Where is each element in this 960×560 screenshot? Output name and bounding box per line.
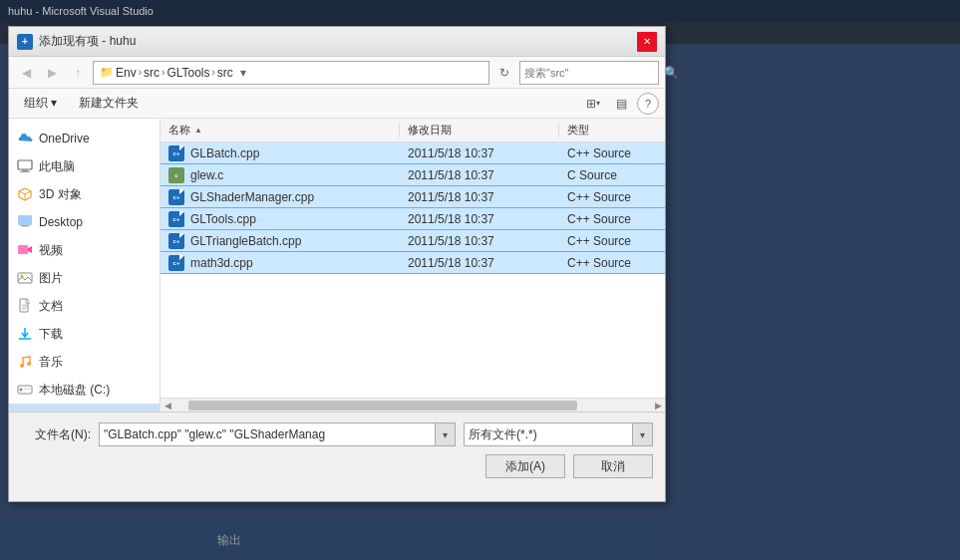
up-button[interactable]: ↑ [67,62,89,84]
help-button[interactable]: ? [637,93,659,115]
file-name-cell: c glew.c [160,167,400,183]
add-existing-dialog: + 添加现有项 - huhu ✕ ◀ ▶ ↑ 📁 Env › src › GLT… [8,26,666,502]
table-row[interactable]: c glew.c 2011/5/18 10:37 C Source [160,164,665,186]
path-dropdown-arrow[interactable]: ▾ [235,62,251,84]
new-folder-label: 新建文件夹 [79,95,139,112]
sidebar-label-thispc: 此电脑 [39,158,75,175]
file-type-select[interactable] [465,427,632,441]
table-row[interactable]: c+ GLTools.cpp 2011/5/18 10:37 C++ Sourc… [160,208,665,230]
table-row[interactable]: c+ GLShaderManager.cpp 2011/5/18 10:37 C… [160,186,665,208]
file-name-input[interactable] [100,427,435,441]
new-folder-button[interactable]: 新建文件夹 [70,92,148,116]
file-type: C++ Source [559,256,665,270]
column-type[interactable]: 类型 [559,123,665,138]
cpp-file-icon: c+ [168,189,184,205]
svg-rect-2 [20,171,30,172]
view-button-2[interactable]: ▤ [609,93,633,115]
sidebar-item-music[interactable]: 音乐 [9,348,160,376]
path-segment-src2[interactable]: src [217,66,233,80]
dialog-title-bar: + 添加现有项 - huhu ✕ [9,27,665,57]
search-box: 🔍 [519,61,659,85]
sidebar-item-documents[interactable]: 文档 [9,292,160,320]
file-type: C++ Source [559,234,665,248]
sidebar-item-downloads[interactable]: 下载 [9,320,160,348]
document-icon [17,298,33,314]
content-area: OneDrive 此电脑 [9,119,665,412]
path-segment-env[interactable]: Env [116,66,137,80]
file-type-dropdown-button[interactable]: ▾ [632,423,652,445]
dialog-title-icon: + [17,34,33,50]
sidebar-item-drive-c[interactable]: 本地磁盘 (C:) [9,376,160,404]
column-date[interactable]: 修改日期 [400,123,559,138]
music-icon [17,354,33,370]
cancel-button[interactable]: 取消 [573,454,653,478]
file-name-cell: c+ GLBatch.cpp [160,145,400,161]
drive-c-icon [17,382,33,398]
dialog-bottom: 文件名(N): ▾ ▾ 添加(A) 取消 [9,412,665,501]
path-segment-src1[interactable]: src [144,66,160,80]
dialog-close-button[interactable]: ✕ [637,32,657,52]
scroll-track[interactable] [188,401,637,411]
sidebar-label-documents: 文档 [39,298,63,315]
path-segment-gltools[interactable]: GLTools [166,66,209,80]
file-name-dropdown-button[interactable]: ▾ [435,423,455,445]
output-label: 输出 [209,532,241,549]
svg-point-20 [20,389,23,392]
file-date: 2011/5/18 10:37 [400,212,559,226]
desktop-icon [17,214,33,230]
vs-title: huhu - Microsoft Visual Studio [8,5,154,17]
column-name[interactable]: 名称 ▲ [160,123,400,138]
table-row[interactable]: c+ GLTriangleBatch.cpp 2011/5/18 10:37 C… [160,230,665,252]
horizontal-scrollbar[interactable]: ◀ ▶ [160,398,665,412]
view-button-1[interactable]: ⊞ ▾ [581,93,605,115]
column-name-label: 名称 [168,123,190,138]
search-input[interactable] [524,67,662,79]
scroll-left-btn[interactable]: ◀ [160,399,174,413]
sidebar-item-thispc[interactable]: 此电脑 [9,152,160,180]
address-path[interactable]: 📁 Env › src › GLTools › src ▾ [93,61,489,85]
download-icon [17,326,33,342]
svg-rect-6 [21,225,29,227]
file-name: GLShaderManager.cpp [190,190,314,204]
file-type: C++ Source [559,146,665,160]
refresh-button[interactable]: ↻ [493,62,515,84]
scroll-right-btn[interactable]: ▶ [651,399,665,413]
vs-bottom-panel: 输出 [0,520,666,560]
scroll-thumb[interactable] [188,401,577,411]
organize-button[interactable]: 组织 ▾ [15,92,66,116]
file-date: 2011/5/18 10:37 [400,190,559,204]
view-dropdown-icon: ▾ [596,99,600,108]
view-icon-1: ⊞ [586,97,596,111]
table-row[interactable]: c+ math3d.cpp 2011/5/18 10:37 C++ Source [160,252,665,274]
c-file-icon: c [168,167,184,183]
svg-rect-21 [24,389,30,390]
up-icon: ↑ [75,66,81,80]
file-name: math3d.cpp [190,256,253,270]
cpp-file-icon: c+ [168,145,184,161]
cpp-file-icon: c+ [168,233,184,249]
cpp-file-icon: c+ [168,255,184,271]
add-button[interactable]: 添加(A) [485,454,565,478]
search-icon[interactable]: 🔍 [664,66,679,80]
thispc-icon [17,158,33,174]
table-row[interactable]: c+ GLBatch.cpp 2011/5/18 10:37 C++ Sourc… [160,142,665,164]
svg-rect-5 [18,215,32,225]
back-button[interactable]: ◀ [15,62,37,84]
path-icon: 📁 [100,66,114,79]
sidebar-label-desktop: Desktop [39,215,83,229]
sidebar-item-desktop[interactable]: Desktop [9,208,160,236]
forward-button[interactable]: ▶ [41,62,63,84]
cube-icon [17,186,33,202]
sidebar-item-videos[interactable]: 视频 [9,236,160,264]
sidebar-item-drive-d[interactable]: 本地磁盘 (D:) [9,404,160,412]
svg-point-17 [20,364,24,368]
file-name-cell: c+ GLShaderManager.cpp [160,189,400,205]
sidebar-item-onedrive[interactable]: OneDrive [9,125,160,152]
sidebar-item-images[interactable]: 图片 [9,264,160,292]
sidebar-item-3dobjects[interactable]: 3D 对象 [9,180,160,208]
file-date: 2011/5/18 10:37 [400,168,559,182]
file-items: c+ GLBatch.cpp 2011/5/18 10:37 C++ Sourc… [160,142,665,398]
sidebar-label-images: 图片 [39,270,63,287]
sidebar-label-drive-c: 本地磁盘 (C:) [39,382,110,399]
file-name: GLTriangleBatch.cpp [190,234,301,248]
